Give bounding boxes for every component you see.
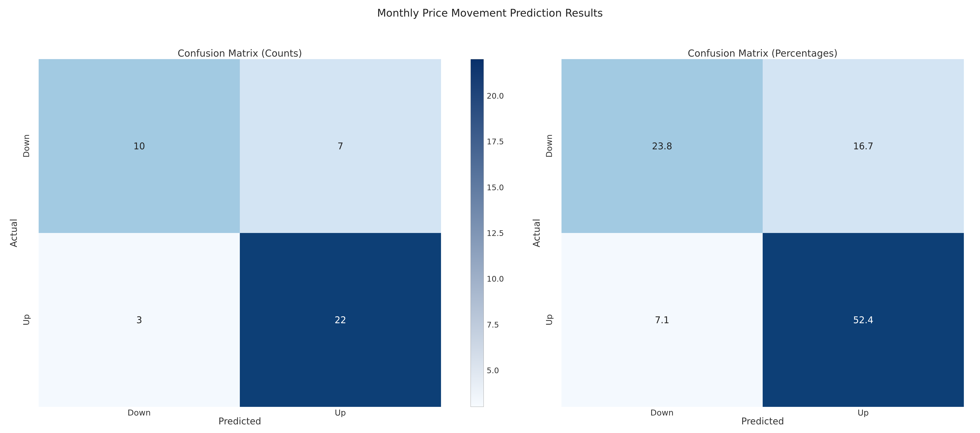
cell-pct-actual-down-pred-down: 23.8 bbox=[562, 59, 763, 233]
xtick-counts-down: Down bbox=[127, 408, 151, 417]
subplot-title-percentages: Confusion Matrix (Percentages) bbox=[562, 48, 964, 59]
ytick-counts-down: Down bbox=[22, 134, 31, 158]
xlabel-percentages: Predicted bbox=[562, 416, 964, 427]
cell-pct-actual-up-pred-up: 52.4 bbox=[763, 233, 964, 407]
ytick-pct-down: Down bbox=[544, 134, 554, 158]
cell-counts-actual-down-pred-down: 10 bbox=[39, 59, 240, 233]
cell-pct-actual-up-pred-down: 7.1 bbox=[562, 233, 763, 407]
heatmap-counts: 10 7 3 22 bbox=[39, 59, 441, 407]
ytick-counts-up: Up bbox=[22, 314, 31, 325]
cell-counts-actual-up-pred-up: 22 bbox=[240, 233, 441, 407]
colorbar-tick: 17.5 bbox=[487, 137, 504, 146]
colorbar-counts: 20.017.515.012.510.07.55.0 bbox=[471, 59, 484, 407]
subplot-title-counts: Confusion Matrix (Counts) bbox=[39, 48, 441, 59]
subplot-percentages: Confusion Matrix (Percentages) 23.8 16.7… bbox=[562, 59, 964, 407]
colorbar-tick: 20.0 bbox=[487, 91, 504, 100]
colorbar-tick: 10.0 bbox=[487, 274, 504, 283]
colorbar-tick: 15.0 bbox=[487, 183, 504, 192]
figure-suptitle: Monthly Price Movement Prediction Result… bbox=[0, 7, 980, 19]
cell-counts-actual-up-pred-down: 3 bbox=[39, 233, 240, 407]
colorbar-tick: 7.5 bbox=[487, 320, 499, 330]
colorbar-tick: 5.0 bbox=[487, 366, 499, 375]
ylabel-percentages: Actual bbox=[531, 219, 542, 247]
colorbar-tick: 12.5 bbox=[487, 229, 504, 238]
cell-counts-actual-down-pred-up: 7 bbox=[240, 59, 441, 233]
xtick-pct-up: Up bbox=[858, 408, 869, 417]
ylabel-counts: Actual bbox=[8, 219, 19, 247]
xtick-pct-down: Down bbox=[651, 408, 674, 417]
subplot-counts: Confusion Matrix (Counts) 10 7 3 22 Actu… bbox=[39, 59, 441, 407]
ytick-pct-up: Up bbox=[544, 314, 554, 325]
xlabel-counts: Predicted bbox=[39, 416, 441, 427]
figure: Monthly Price Movement Prediction Result… bbox=[0, 0, 980, 433]
cell-pct-actual-down-pred-up: 16.7 bbox=[763, 59, 964, 233]
xtick-counts-up: Up bbox=[335, 408, 346, 417]
heatmap-percentages: 23.8 16.7 7.1 52.4 bbox=[562, 59, 964, 407]
